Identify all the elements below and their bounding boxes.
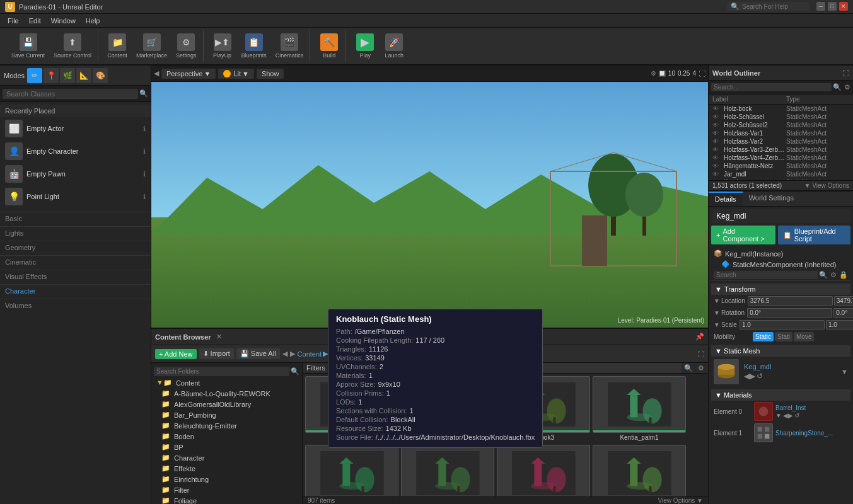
transform-header[interactable]: ▼ Transform [711,284,850,295]
cb-lock-icon[interactable]: 📌 [695,333,704,341]
table-row[interactable]: 👁 Holzfass-Var2 StaticMeshAct [709,137,853,146]
marketplace-button[interactable]: 🛒 Marketplace [132,31,171,61]
table-row[interactable]: 👁 Hängematte-Netz StaticMeshAct [709,162,853,170]
sidebar-item-foliage[interactable]: 📁Foliage [151,495,302,504]
launch-button[interactable]: 🚀 Launch [380,31,408,61]
menu-window[interactable]: Window [46,16,81,26]
table-row[interactable]: 👁 Holzfass-Var3-Zerbroches StaticMeshAct [709,146,853,154]
outliner-expand-icon[interactable]: ⛶ [842,69,849,77]
mobility-stati-btn[interactable]: Stati [775,332,792,341]
source-control-button[interactable]: ⬆ Source Control [50,31,95,61]
table-row[interactable]: 👁 Holz-Schüssel StaticMeshAct [709,113,853,121]
outliner-search-input[interactable] [711,83,832,91]
outliner-settings-icon[interactable]: ⚙ [844,83,850,91]
sidebar-item-bar[interactable]: 📁Bar_Pumbing [151,410,302,420]
basic-section[interactable]: Basic [0,212,151,225]
visibility-icon[interactable]: 👁 [712,113,721,120]
tab-details[interactable]: Details [709,192,743,206]
details-search-input[interactable] [714,271,818,279]
visual-effects-section[interactable]: Visual Effects [0,270,151,283]
tab-world-settings[interactable]: World Settings [743,192,800,206]
cb-nav-back[interactable]: ◀ [282,350,287,358]
sidebar-item-character[interactable]: 📁Character [151,452,302,463]
view-options-button[interactable]: View Options ▼ [658,497,703,504]
filter-settings-icon[interactable]: ⚙ [698,364,704,372]
table-row[interactable]: 👁 Holz-Schüssel2 StaticMeshAct [709,121,853,129]
visibility-icon[interactable]: 👁 [712,138,721,145]
lights-section[interactable]: Lights [0,226,151,239]
blueprints-button[interactable]: 📋 Blueprints [238,31,270,61]
location-y-input[interactable] [834,296,853,306]
list-item[interactable]: Latan_palm1 [593,445,686,496]
location-x-input[interactable] [748,296,833,306]
table-row[interactable]: 👁 Holzfass-Var4-Zerbroches StaticMeshAct [709,154,853,162]
menu-help[interactable]: Help [81,16,105,26]
breadcrumb-content[interactable]: Content [298,350,322,358]
cb-expand-button[interactable]: ⛶ [697,350,704,358]
cinematics-button[interactable]: 🎬 Cinematics [272,31,308,61]
maximize-button[interactable]: □ [828,2,837,11]
rotation-x-input[interactable] [747,308,832,318]
play-button[interactable]: ▶ Play [351,31,379,61]
show-button[interactable]: Show [257,69,284,79]
mobility-move-btn[interactable]: Move [794,332,814,341]
visibility-icon[interactable]: 👁 [712,163,721,169]
mode-place[interactable]: 📍 [44,68,59,83]
material-0-dropdown[interactable]: ▼ [775,412,782,419]
details-settings-icon[interactable]: ⚙ [830,271,837,279]
menu-edit[interactable]: Edit [24,16,46,26]
cb-close-icon[interactable]: ✕ [216,333,222,341]
material-0-reset[interactable]: ↺ [794,412,799,419]
sidebar-item-content[interactable]: ▼📁Content [151,377,302,388]
sidebar-item-boden[interactable]: 📁Boden [151,431,302,442]
sidebar-item-abaume[interactable]: 📁A-Bäume-Lo-Quality-REWORK [151,388,302,399]
visibility-icon[interactable]: 👁 [712,154,721,161]
viewport-maximize[interactable]: ⛶ [699,70,705,77]
mesh-reset-icon[interactable]: ↺ [757,372,763,381]
table-row[interactable]: 👁 Holz-bock StaticMeshAct [709,105,853,113]
cb-nav-forward[interactable]: ▶ [290,350,295,358]
component-static-mesh[interactable]: 🔷 StaticMeshComponent (Inherited) [711,259,850,270]
material-0-browse[interactable]: ◀▶ [783,412,793,419]
add-new-button[interactable]: + Add New [155,349,197,359]
character-section[interactable]: Character [0,284,151,297]
list-item[interactable]: Kentia_palm2 [305,445,398,496]
search-help-input[interactable]: 🔍 [727,2,809,11]
scale-x-input[interactable] [740,320,825,329]
mode-select[interactable]: ✏ [27,68,42,83]
search-classes-input[interactable] [3,89,138,99]
list-item[interactable]: 💡 Point Light ℹ [0,185,151,208]
save-all-button[interactable]: 💾 Save All [236,348,280,359]
empty-pawn-info-icon[interactable]: ℹ [143,170,146,178]
view-options-outliner[interactable]: ▼ View Options [804,182,849,189]
table-row[interactable]: 👁 Jar_mdl StaticMeshAct [709,170,853,178]
viewport[interactable]: Level: Paradies-01 (Persistent) [151,82,708,328]
mesh-expand-icon[interactable]: ▼ [841,368,848,375]
static-mesh-header[interactable]: ▼ Static Mesh [711,345,850,357]
content-button[interactable]: 📁 Content [103,31,131,61]
close-button[interactable]: ✕ [839,2,848,11]
list-item[interactable]: 👤 Empty Character ℹ [0,140,151,163]
scale-y-input[interactable] [826,320,853,329]
sidebar-item-alex[interactable]: 📁AlexGomersallOldLibrary [151,399,302,410]
list-item[interactable]: 🤖 Empty Pawn ℹ [0,163,151,185]
cinematic-section[interactable]: Cinematic [0,255,151,268]
geometry-section[interactable]: Geometry [0,241,151,254]
materials-header[interactable]: ▼ Materials [711,389,850,401]
mesh-browse-icon[interactable]: ◀▶ [744,372,755,381]
mode-foliage[interactable]: 🌿 [60,68,75,83]
empty-character-info-icon[interactable]: ℹ [143,147,146,156]
visibility-icon[interactable]: 👁 [712,105,721,112]
mode-paint[interactable]: 🎨 [93,68,108,83]
settings-button[interactable]: ⚙ Settings [172,31,200,61]
visibility-icon[interactable]: 👁 [712,146,721,153]
mode-geometry[interactable]: 📐 [76,68,91,83]
lit-dropdown[interactable]: Lit ▼ [218,69,254,79]
rotation-y-input[interactable] [833,308,853,318]
empty-actor-info-icon[interactable]: ℹ [143,125,146,133]
volumes-section[interactable]: Volumes [0,299,151,312]
search-folders-input[interactable] [154,367,289,376]
blueprint-button[interactable]: 📋 Blueprint/Add Script [778,226,850,244]
sidebar-item-beleuchtung[interactable]: 📁Beleuchtung-Emitter [151,420,302,431]
visibility-icon[interactable]: 👁 [712,122,721,129]
